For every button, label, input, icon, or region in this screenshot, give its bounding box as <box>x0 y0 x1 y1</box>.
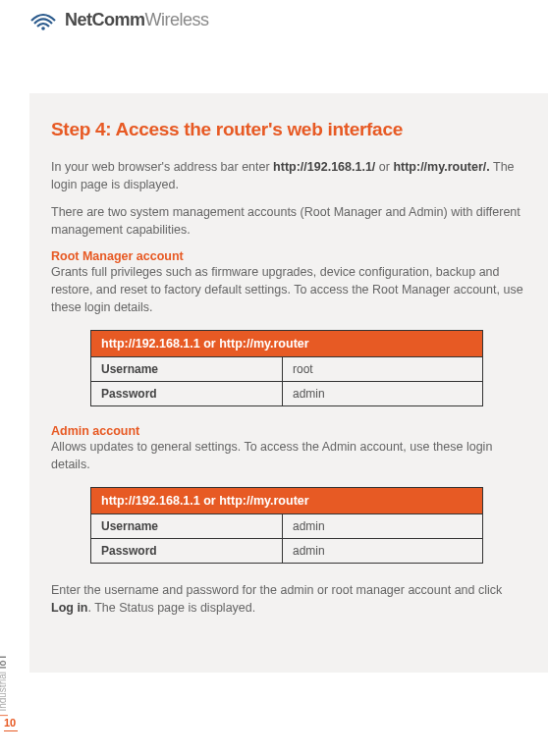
content-panel: Step 4: Access the router's web interfac… <box>29 93 548 673</box>
table-row: Password admin <box>91 381 482 405</box>
admin-credentials-table: http://192.168.1.1 or http://my.router U… <box>90 487 483 564</box>
admin-table-head: http://192.168.1.1 or http://my.router <box>91 488 482 513</box>
intro-text: In your web browser's address bar enter … <box>51 158 526 193</box>
side-text1: Industrial <box>0 669 8 711</box>
root-credentials-table: http://192.168.1.1 or http://my.router U… <box>90 330 483 406</box>
username-value: root <box>283 357 482 381</box>
root-text: Grants full privileges such as firmware … <box>51 263 526 316</box>
side-text2: IoT <box>0 654 8 669</box>
brand-logo-row: NetCommWireless <box>0 0 548 30</box>
root-table-head: http://192.168.1.1 or http://my.router <box>91 331 482 356</box>
admin-text: Allows updates to general settings. To a… <box>51 438 526 473</box>
brand-name-bold: NetComm <box>65 10 145 29</box>
brand-name: NetCommWireless <box>65 10 209 30</box>
password-label: Password <box>91 382 283 405</box>
footer-text: Enter the username and password for the … <box>51 581 526 617</box>
intro-mid: or <box>375 160 393 174</box>
svg-point-0 <box>41 27 45 30</box>
step-title: Step 4: Access the router's web interfac… <box>51 119 526 140</box>
footer-post: . The Status page is displayed. <box>88 601 256 615</box>
root-heading: Root Manager account <box>51 249 526 263</box>
table-row: Password admin <box>91 538 482 563</box>
intro-pre: In your web browser's address bar enter <box>51 160 273 174</box>
username-label: Username <box>91 357 283 381</box>
intro-url2: http://my.router/. <box>393 160 489 174</box>
footer-bold: Log in <box>51 601 88 615</box>
page-number-underline <box>4 730 18 731</box>
password-label: Password <box>91 539 283 563</box>
brand-name-light: Wireless <box>145 10 209 29</box>
admin-heading: Admin account <box>51 424 526 438</box>
footer-pre: Enter the username and password for the … <box>51 583 502 597</box>
password-value: admin <box>283 539 482 563</box>
table-row: Username admin <box>91 513 482 538</box>
password-value: admin <box>283 382 482 405</box>
username-value: admin <box>283 514 482 538</box>
accounts-intro: There are two system management accounts… <box>51 203 526 239</box>
intro-url1: http://192.168.1.1/ <box>273 160 375 174</box>
page-number: 10 <box>4 717 16 729</box>
table-row: Username root <box>91 356 482 381</box>
username-label: Username <box>91 514 283 538</box>
wifi-icon <box>29 11 57 30</box>
side-label: | Industrial IoT <box>0 654 8 717</box>
